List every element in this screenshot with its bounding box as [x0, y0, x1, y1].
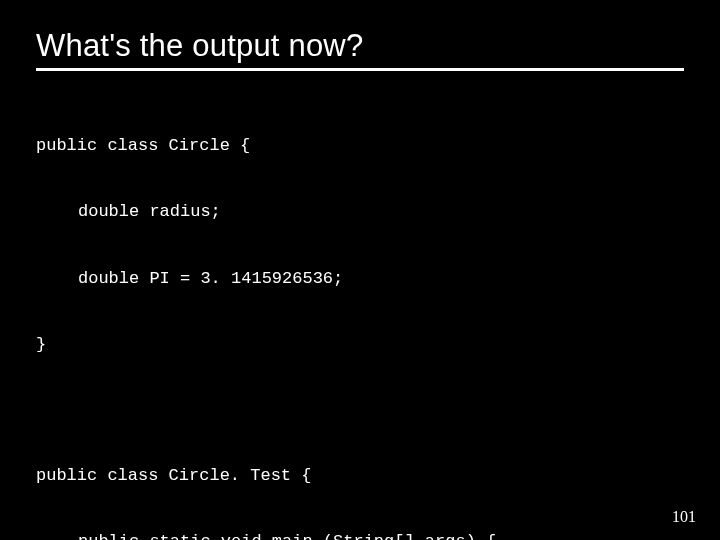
code-block-circle: public class Circle { double radius; dou…: [36, 91, 684, 400]
title-divider: [36, 68, 684, 71]
code-line: public class Circle. Test {: [36, 465, 684, 487]
slide-title: What's the output now?: [36, 28, 684, 64]
page-number: 101: [672, 508, 696, 526]
code-block-circletest: public class Circle. Test { public stati…: [36, 420, 684, 540]
code-line: double PI = 3. 1415926536;: [36, 268, 684, 290]
slide: What's the output now? public class Circ…: [0, 0, 720, 540]
code-line: public static void main (String[] args) …: [36, 531, 684, 540]
code-line: }: [36, 334, 684, 356]
code-line: public class Circle {: [36, 135, 684, 157]
code-line: double radius;: [36, 201, 684, 223]
